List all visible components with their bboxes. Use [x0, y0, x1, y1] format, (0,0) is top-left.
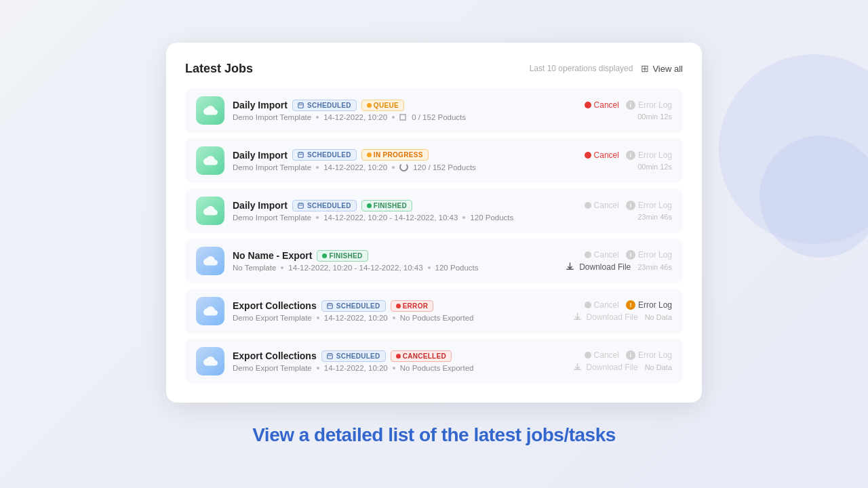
info-icon: !: [626, 300, 635, 310]
job-actions: CanceliError Log00min 12s: [550, 100, 672, 121]
job-main: Export CollectionsSCHEDULEDCANCELLEDDemo…: [233, 350, 542, 372]
job-name: Daily Import: [233, 200, 288, 211]
job-meta: Demo Import Template14-12-2022, 10:200 /…: [233, 113, 542, 121]
main-card: Latest Jobs Last 10 operations displayed…: [166, 43, 702, 403]
job-template: Demo Export Template: [233, 314, 312, 322]
card-header: Latest Jobs Last 10 operations displayed…: [185, 62, 683, 76]
action-bottom-row: 00min 12s: [637, 113, 672, 121]
badge-in-progress: IN PROGRESS: [361, 149, 429, 161]
error-log-button: iError Log: [626, 350, 672, 360]
job-icon-green: [196, 197, 224, 225]
job-template: No Template: [233, 264, 276, 272]
info-icon: i: [626, 201, 635, 210]
no-data-label: No Data: [645, 313, 672, 321]
badge-scheduled: SCHEDULED: [292, 149, 357, 161]
job-progress: 120 Poducts: [470, 214, 513, 222]
svg-rect-16: [327, 353, 332, 359]
job-time: 23min 46s: [637, 263, 672, 271]
job-time: 00min 12s: [637, 163, 672, 171]
badge-finished: FINISHED: [361, 200, 412, 211]
error-log-button: iError Log: [626, 100, 672, 110]
info-icon: i: [626, 350, 635, 360]
job-icon-blue: [196, 347, 224, 375]
error-log-button: iError Log: [626, 150, 672, 160]
job-meta: Demo Export Template14-12-2022, 10:20No …: [233, 314, 542, 322]
job-row: No Name - ExportFINISHEDNo Template14-12…: [185, 239, 683, 283]
job-actions: Cancel!Error LogDownload FileNo Data: [550, 300, 672, 322]
badge-scheduled: SCHEDULED: [321, 300, 386, 312]
job-row: Daily ImportSCHEDULEDFINISHEDDemo Import…: [185, 188, 683, 233]
error-log-button: iError Log: [626, 250, 672, 260]
svg-rect-12: [327, 303, 332, 308]
job-row: Export CollectionsSCHEDULEDERRORDemo Exp…: [185, 289, 683, 333]
job-progress: 120 Poducts: [435, 264, 479, 272]
job-actions: CanceliError LogDownload FileNo Data: [550, 350, 672, 372]
bottom-caption: View a detailed list of the latest jobs/…: [252, 424, 616, 446]
action-bottom-row: 00min 12s: [637, 163, 672, 171]
job-main: Daily ImportSCHEDULEDIN PROGRESSDemo Imp…: [233, 149, 542, 171]
job-template: Demo Import Template: [233, 214, 311, 222]
job-time: 00min 12s: [637, 113, 672, 121]
info-icon: i: [626, 100, 635, 110]
job-progress: 0 / 152 Poducts: [412, 113, 466, 121]
cancel-dot: [585, 102, 591, 108]
job-name: Export Collections: [233, 300, 317, 311]
job-meta: Demo Export Template14-12-2022, 10:20No …: [233, 364, 542, 372]
svg-rect-0: [298, 102, 304, 108]
job-row: Daily ImportSCHEDULEDIN PROGRESSDemo Imp…: [185, 138, 683, 183]
badge-scheduled: SCHEDULED: [292, 100, 357, 111]
cancel-button[interactable]: Cancel: [585, 150, 619, 160]
job-icon-blue: [196, 297, 224, 325]
job-time: 23min 46s: [637, 213, 672, 221]
job-main: No Name - ExportFINISHEDNo Template14-12…: [233, 250, 542, 272]
job-actions: CanceliError Log00min 12s: [550, 150, 672, 171]
job-meta: No Template14-12-2022, 10:20 - 14-12-202…: [233, 264, 542, 272]
cancel-button: Cancel: [585, 201, 619, 210]
job-meta: Demo Import Template14-12-2022, 10:20 - …: [233, 214, 542, 222]
svg-rect-4: [298, 152, 304, 158]
cancel-dot: [585, 152, 591, 159]
cancel-button[interactable]: Cancel: [585, 100, 619, 110]
svg-rect-8: [298, 203, 304, 208]
download-file-button[interactable]: Download File: [566, 262, 631, 272]
job-progress: No Poducts Exported: [400, 364, 474, 372]
info-icon: i: [626, 150, 635, 160]
cancel-dot: [585, 302, 591, 308]
badge-finished: FINISHED: [317, 250, 368, 262]
job-progress: No Poducts Exported: [400, 314, 474, 322]
job-name: No Name - Export: [233, 250, 312, 261]
badge-scheduled: SCHEDULED: [321, 350, 386, 362]
job-date: 14-12-2022, 10:20: [324, 314, 388, 322]
view-all-button[interactable]: ⊞ View all: [641, 63, 683, 74]
action-bottom-row: Download FileNo Data: [573, 312, 672, 322]
action-top-row: CanceliError Log: [585, 250, 672, 260]
job-template: Demo Import Template: [233, 163, 311, 171]
job-row: Daily ImportSCHEDULEDQUEUEDemo Import Te…: [185, 88, 683, 133]
progress-circle: [399, 114, 406, 121]
action-bottom-row: Download File23min 46s: [566, 262, 672, 272]
badge-cancelled: CANCELLED: [391, 350, 452, 362]
job-name: Daily Import: [233, 100, 288, 110]
job-progress: 120 / 152 Poducts: [413, 163, 476, 171]
progress-spinner: [399, 163, 408, 171]
job-date: 14-12-2022, 10:20: [323, 163, 387, 171]
error-log-button[interactable]: !Error Log: [626, 300, 672, 310]
action-bottom-row: Download FileNo Data: [573, 363, 672, 372]
action-top-row: CanceliError Log: [585, 350, 672, 360]
job-icon-green: [196, 96, 224, 125]
job-template: Demo Import Template: [233, 113, 311, 121]
job-icon-green: [196, 146, 224, 175]
cancel-button: Cancel: [585, 300, 619, 310]
job-main: Export CollectionsSCHEDULEDERRORDemo Exp…: [233, 300, 542, 322]
badge-queue: QUEUE: [361, 100, 404, 111]
cancel-button: Cancel: [585, 250, 619, 260]
no-data-label: No Data: [645, 363, 672, 371]
action-bottom-row: 23min 46s: [637, 213, 672, 221]
job-actions: CanceliError LogDownload File23min 46s: [550, 250, 672, 272]
job-main: Daily ImportSCHEDULEDFINISHEDDemo Import…: [233, 200, 542, 222]
action-top-row: CanceliError Log: [585, 100, 672, 110]
error-log-button: iError Log: [626, 201, 672, 210]
card-title: Latest Jobs: [185, 62, 253, 76]
job-row: Export CollectionsSCHEDULEDCANCELLEDDemo…: [185, 339, 683, 384]
download-file-button: Download File: [573, 363, 638, 372]
